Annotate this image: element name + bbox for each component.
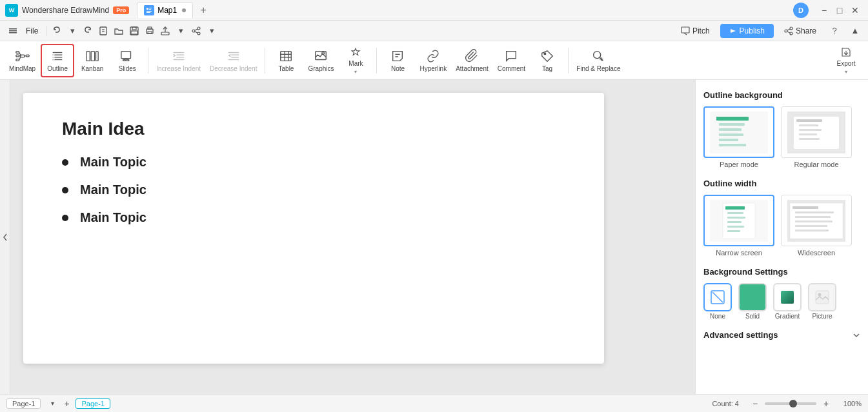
bg-picture-label: Picture: [812, 313, 832, 320]
redo-button[interactable]: [80, 23, 96, 39]
paper-mode-label: Paper mode: [720, 161, 758, 168]
svg-rect-2: [149, 9, 151, 10]
slides-button[interactable]: Slides: [110, 44, 144, 77]
help-button[interactable]: ?: [827, 23, 842, 39]
widescreen-card[interactable]: Widescreen: [781, 195, 852, 257]
find-replace-button[interactable]: Find & Replace: [572, 44, 624, 77]
bullet-text-1: Main Topic: [80, 155, 146, 170]
zoom-in-button[interactable]: +: [820, 398, 832, 409]
svg-rect-98: [727, 230, 740, 232]
svg-rect-110: [781, 291, 794, 304]
bg-solid-option[interactable]: Solid: [738, 283, 767, 320]
undo-dropdown[interactable]: ▾: [65, 23, 80, 39]
hyperlink-button[interactable]: Hyperlink: [416, 44, 450, 77]
svg-line-23: [195, 32, 197, 33]
svg-rect-38: [26, 55, 29, 57]
slides-label: Slides: [119, 65, 136, 72]
undo-button[interactable]: [49, 23, 65, 39]
paper-mode-card[interactable]: Paper mode: [703, 106, 774, 168]
mark-button[interactable]: Mark ▾: [339, 44, 372, 77]
count-label: Count: 4: [712, 400, 739, 407]
statusbar-page-tab-active[interactable]: Page-1: [76, 398, 110, 409]
avatar[interactable]: D: [793, 3, 809, 18]
svg-rect-32: [15, 51, 19, 53]
svg-rect-96: [727, 221, 742, 223]
tag-button[interactable]: Tag: [530, 44, 564, 77]
mode-options: Paper mode Regular: [703, 106, 860, 168]
attachment-button[interactable]: Attachment: [452, 44, 492, 77]
zoom-out-button[interactable]: −: [749, 398, 761, 409]
svg-rect-103: [795, 216, 831, 218]
decrease-indent-button[interactable]: Decrease Indent: [206, 44, 261, 77]
print-button[interactable]: [142, 23, 157, 39]
svg-rect-4: [146, 12, 150, 13]
menubar: File ▾ ▾ ▾ Pitch Publish Share: [0, 21, 868, 41]
pitch-button[interactable]: Pitch: [676, 25, 715, 37]
active-tab[interactable]: Map1: [137, 2, 193, 18]
more-dropdown[interactable]: ▾: [204, 23, 219, 39]
export-dropdown[interactable]: ▾: [173, 23, 188, 39]
svg-rect-94: [727, 212, 743, 214]
outline-width-section: Outline width: [703, 179, 860, 257]
advanced-settings-section[interactable]: Advanced settings: [703, 330, 860, 340]
close-button[interactable]: ✕: [847, 3, 863, 18]
regular-mode-card[interactable]: Regular mode: [781, 106, 852, 168]
statusbar-page-tab-1[interactable]: Page-1: [6, 398, 41, 409]
svg-rect-15: [148, 32, 152, 34]
svg-rect-106: [795, 230, 829, 231]
collapse-panel-icon[interactable]: [5, 23, 21, 39]
save-button[interactable]: [126, 23, 142, 39]
svg-point-71: [544, 52, 546, 54]
new-tab-button[interactable]: +: [196, 3, 211, 18]
share-button[interactable]: Share: [779, 25, 822, 37]
svg-rect-50: [121, 51, 131, 58]
svg-rect-90: [799, 138, 820, 140]
outline-button[interactable]: Outline: [41, 44, 74, 77]
canvas-area[interactable]: Main Idea Main Topic Main Topic Main Top…: [10, 80, 695, 394]
svg-point-27: [785, 30, 787, 32]
increase-indent-button[interactable]: Increase Indent: [152, 44, 205, 77]
comment-label: Comment: [498, 65, 525, 72]
svg-rect-24: [681, 27, 689, 33]
svg-rect-80: [719, 128, 742, 131]
bullet-item-3: Main Topic: [62, 210, 565, 225]
minimize-button[interactable]: −: [816, 3, 832, 18]
graphics-button[interactable]: Graphics: [304, 44, 338, 77]
bullet-text-2: Main Topic: [80, 182, 146, 197]
svg-rect-105: [795, 225, 827, 227]
regular-mode-preview: [781, 106, 852, 158]
svg-rect-87: [799, 124, 818, 126]
svg-rect-83: [719, 144, 746, 146]
publish-button[interactable]: Publish: [720, 24, 774, 38]
comment-button[interactable]: Comment: [494, 44, 529, 77]
collapse-button[interactable]: ▲: [847, 23, 863, 39]
bg-picture-option[interactable]: Picture: [808, 283, 836, 320]
decrease-indent-label: Decrease Indent: [210, 65, 257, 72]
export-button[interactable]: Export ▾: [829, 44, 863, 77]
new-file-button[interactable]: [96, 23, 111, 39]
svg-line-22: [195, 29, 197, 30]
menu-file[interactable]: File: [21, 24, 43, 38]
zoom-slider[interactable]: [765, 402, 816, 405]
panel-toggle-button[interactable]: [0, 80, 10, 394]
share-menu-button[interactable]: [188, 23, 204, 39]
kanban-button[interactable]: Kanban: [76, 44, 109, 77]
table-button[interactable]: Table: [269, 44, 303, 77]
mindmap-button[interactable]: MindMap: [5, 44, 39, 77]
bullet-item-2: Main Topic: [62, 182, 565, 197]
bg-gradient-option[interactable]: Gradient: [773, 283, 802, 320]
bullet-dot-2: [62, 187, 68, 193]
open-file-button[interactable]: [111, 23, 126, 39]
statusbar-add-page-button[interactable]: +: [60, 397, 73, 410]
zoom-level: 100%: [838, 400, 862, 407]
export-menu-button[interactable]: [157, 23, 173, 39]
maximize-button[interactable]: □: [832, 3, 847, 18]
narrow-screen-card[interactable]: Narrow screen: [703, 195, 774, 257]
bg-none-option[interactable]: None: [703, 283, 732, 320]
bullet-item-1: Main Topic: [62, 155, 565, 170]
outline-background-title: Outline background: [703, 90, 860, 100]
note-button[interactable]: Note: [381, 44, 414, 77]
svg-rect-17: [161, 32, 169, 35]
statusbar-page-dropdown[interactable]: ▾: [45, 396, 60, 411]
document[interactable]: Main Idea Main Topic Main Topic Main Top…: [23, 93, 604, 364]
